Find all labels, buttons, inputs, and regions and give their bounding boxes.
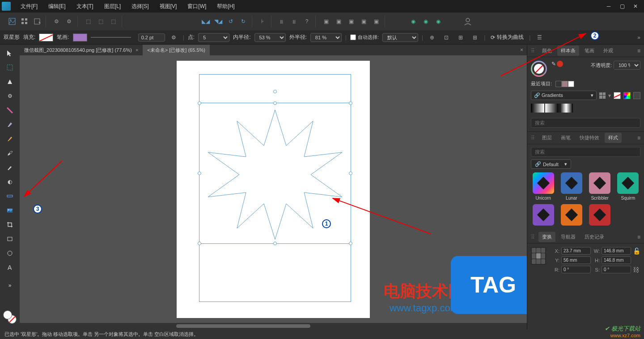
close-button[interactable]: ✕ bbox=[629, 0, 642, 13]
shape-builder-tool[interactable]: ⚙ bbox=[3, 89, 17, 103]
outer-radius-select[interactable]: 81 % bbox=[310, 33, 342, 42]
flip-horizontal-icon[interactable]: ◣◢ bbox=[200, 16, 212, 27]
rotate-ccw-icon[interactable]: ↺ bbox=[225, 16, 237, 27]
style-category-select[interactable]: 🔗 Default ▾ bbox=[531, 159, 571, 169]
marquee-tool[interactable] bbox=[3, 61, 17, 74]
boolean-combine-icon[interactable]: ▣ bbox=[370, 16, 382, 27]
menu-view[interactable]: 视图[V] bbox=[154, 3, 182, 10]
transparency-tool[interactable] bbox=[3, 189, 17, 203]
swatch-view-icon[interactable] bbox=[599, 92, 606, 99]
style-search-input[interactable] bbox=[531, 147, 640, 157]
boolean-add-icon[interactable]: ▣ bbox=[320, 16, 332, 27]
show-rulers-icon[interactable]: ⊡ bbox=[441, 32, 452, 43]
tab-transform[interactable]: 变换 bbox=[538, 232, 555, 242]
canvas-viewport[interactable]: 1 电脑技术网 www.tagxp.com TAG bbox=[20, 55, 527, 323]
gradient-tool[interactable]: ◐ bbox=[3, 175, 17, 188]
pencil-tool[interactable] bbox=[3, 132, 17, 146]
color-picker-icon[interactable] bbox=[531, 61, 547, 77]
tab-close-active-icon[interactable]: × bbox=[520, 47, 527, 53]
preferences-icon[interactable]: ⚙ bbox=[51, 16, 62, 27]
tab-layers[interactable]: 图层 bbox=[538, 133, 555, 143]
more-options-icon[interactable]: ☰ bbox=[534, 32, 545, 43]
style-purple[interactable] bbox=[531, 204, 555, 227]
style-scribbler[interactable]: Scribbler bbox=[588, 172, 612, 201]
marquee-1-icon[interactable]: ⬚ bbox=[82, 16, 94, 27]
tab-stroke[interactable]: 笔画 bbox=[581, 46, 598, 56]
corner-tool[interactable] bbox=[3, 104, 17, 117]
pen-tool[interactable] bbox=[3, 118, 17, 131]
color-wheel-swatch[interactable] bbox=[623, 92, 631, 99]
fill-swatch[interactable] bbox=[39, 33, 53, 42]
panel-menu-icon[interactable]: ≡ bbox=[637, 234, 640, 240]
stroke-swatch[interactable] bbox=[73, 33, 87, 42]
align-left-icon[interactable]: ⊦ bbox=[257, 16, 268, 27]
inner-radius-select[interactable]: 53 % bbox=[254, 33, 286, 42]
boolean-divide-icon[interactable]: ▣ bbox=[358, 16, 369, 27]
workspace-photo-icon[interactable] bbox=[6, 16, 18, 27]
tab-brushes[interactable]: 画笔 bbox=[557, 133, 574, 143]
eyedropper-icon[interactable]: ✎ bbox=[551, 61, 556, 67]
style-red[interactable] bbox=[588, 204, 612, 227]
canvas[interactable]: 1 bbox=[177, 61, 370, 318]
auto-select-dropdown[interactable]: 默认 bbox=[382, 33, 418, 42]
tab-doc1[interactable]: 微信截图_20230808105540.png [已修改] (77.6%)× bbox=[20, 45, 143, 55]
tab-effects[interactable]: 快捷特效 bbox=[576, 133, 603, 143]
panel-grip-icon[interactable]: ⠿ bbox=[531, 234, 535, 240]
geometry-subtract-icon[interactable]: ◉ bbox=[420, 16, 432, 27]
r-input[interactable] bbox=[561, 266, 591, 273]
maximize-button[interactable]: ▢ bbox=[615, 0, 629, 13]
flip-vertical-icon[interactable]: ◥◢ bbox=[212, 16, 224, 27]
style-orange[interactable] bbox=[559, 204, 584, 227]
horizontal-scrollbar[interactable] bbox=[20, 323, 527, 329]
tab-swatches[interactable]: 样本条 bbox=[557, 46, 579, 56]
s-input[interactable] bbox=[602, 266, 631, 273]
account-icon[interactable] bbox=[462, 16, 474, 27]
y-input[interactable] bbox=[561, 256, 591, 264]
recent-swatches[interactable] bbox=[555, 81, 574, 87]
snapping-icon[interactable]: ⊞ bbox=[470, 32, 480, 43]
eyedropper-tool[interactable] bbox=[3, 161, 17, 174]
rotate-cw-icon[interactable]: ↻ bbox=[237, 16, 249, 27]
place-image-tool[interactable] bbox=[3, 204, 17, 217]
menu-edit[interactable]: 编辑[E] bbox=[43, 3, 71, 10]
snap-options-icon[interactable]: ? bbox=[301, 16, 313, 27]
panel-menu-icon[interactable]: ≡ bbox=[637, 135, 640, 141]
auto-select-checkbox[interactable]: 自动选择: bbox=[350, 34, 379, 41]
text-tool[interactable]: A bbox=[3, 261, 17, 274]
gradient-swatches[interactable] bbox=[531, 104, 640, 113]
panel-grip-icon[interactable]: ⠿ bbox=[531, 135, 535, 141]
boolean-intersect-icon[interactable]: ▣ bbox=[345, 16, 357, 27]
crop-tool[interactable] bbox=[3, 218, 17, 231]
menu-select[interactable]: 选择[S] bbox=[126, 3, 154, 10]
menu-layer[interactable]: 图层[L] bbox=[99, 3, 126, 10]
style-unicorn[interactable]: Unicorn bbox=[531, 172, 555, 201]
points-select[interactable]: 5 bbox=[198, 33, 229, 42]
panel-menu-icon[interactable]: ≡ bbox=[637, 48, 640, 54]
lock-aspect-icon[interactable]: 🔓 bbox=[633, 247, 640, 255]
h-input[interactable] bbox=[602, 256, 631, 264]
transform-origin-icon[interactable]: ⊕ bbox=[427, 32, 437, 43]
tint-swatch[interactable] bbox=[633, 92, 640, 99]
x-input[interactable] bbox=[561, 247, 591, 255]
show-grid-icon[interactable]: ⊞ bbox=[455, 32, 466, 43]
rectangle-tool[interactable] bbox=[3, 232, 17, 246]
w-input[interactable] bbox=[602, 247, 631, 255]
no-fill-swatch[interactable] bbox=[614, 92, 621, 99]
tab-doc2[interactable]: <未命名> [已修改] (65.5%) bbox=[143, 45, 210, 55]
stroke-width-input[interactable] bbox=[138, 33, 165, 42]
tab-styles[interactable]: 样式 bbox=[605, 133, 622, 143]
opacity-select[interactable]: 100 % bbox=[614, 61, 640, 70]
style-lunar[interactable]: Lunar bbox=[559, 172, 584, 201]
tab-navigator[interactable]: 导航器 bbox=[557, 232, 579, 242]
grid-icon[interactable] bbox=[19, 16, 30, 27]
menu-window[interactable]: 窗口[W] bbox=[182, 3, 212, 10]
more-tools-icon[interactable]: » bbox=[3, 279, 17, 292]
gradient-category-select[interactable]: 🔗 Gradients▾ bbox=[531, 91, 597, 100]
paint-brush-tool[interactable]: 🖌 bbox=[3, 146, 17, 160]
tab-color[interactable]: 颜色 bbox=[538, 46, 555, 56]
marquee-3-icon[interactable]: ⬚ bbox=[107, 16, 119, 27]
ellipse-tool[interactable] bbox=[3, 247, 17, 260]
geometry-add-icon[interactable]: ◉ bbox=[407, 16, 419, 27]
color-selector[interactable] bbox=[3, 310, 17, 324]
context-overflow-icon[interactable]: » bbox=[637, 34, 640, 41]
